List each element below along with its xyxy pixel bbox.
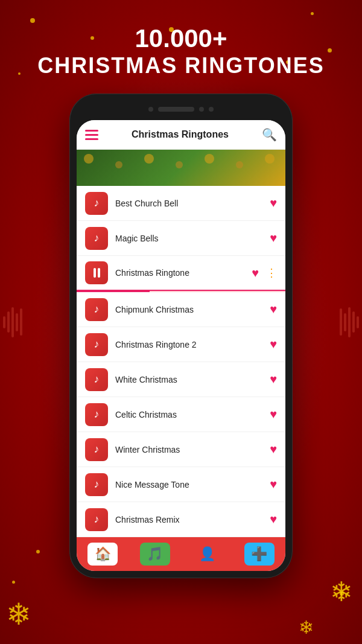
person-icon: 👤: [199, 546, 215, 562]
list-item[interactable]: ♪ Magic Bells ♥: [77, 221, 285, 256]
progress-fill: [77, 291, 150, 292]
pause-button[interactable]: [85, 261, 108, 284]
like-button[interactable]: ♥: [252, 266, 259, 280]
ringtone-title: Magic Bells: [115, 234, 262, 243]
ringtone-title: Winter Christmas: [115, 445, 262, 454]
bottom-navigation: 🏠 🎵 👤 ➕: [77, 537, 285, 571]
plus-icon: ➕: [251, 546, 267, 562]
like-button[interactable]: ♥: [270, 302, 277, 316]
progress-bar: [77, 291, 285, 292]
music-icon: ♪: [85, 473, 108, 496]
ringtone-title: Christmas Ringtone 2: [115, 340, 262, 349]
ringtone-title: Christmas Ringtone: [115, 268, 244, 278]
music-icon: ♪: [85, 227, 108, 250]
app-title: Christmas Ringtones: [104, 129, 256, 140]
list-item[interactable]: ♪ Christmas Remix ♥: [77, 502, 285, 537]
list-item[interactable]: ♪ Chipmunk Christmas ♥: [77, 292, 285, 327]
phone-notch: [77, 101, 285, 118]
ringtone-title: Celtic Christmas: [115, 410, 262, 419]
hero-title: 10.000+ CHRISTMAS RINGTONES: [0, 0, 362, 78]
like-button[interactable]: ♥: [270, 196, 277, 210]
music-icon: ♪: [85, 508, 108, 531]
list-item[interactable]: ♪ Best Church Bell ♥: [77, 186, 285, 221]
list-item[interactable]: ♪ White Christmas ♥: [77, 362, 285, 397]
app-header: Christmas Ringtones 🔍: [77, 120, 285, 150]
ringtone-title: Nice Message Tone: [115, 480, 262, 489]
banner-image: [77, 150, 285, 186]
phone-mockup: Christmas Ringtones 🔍 ♪ Best Church Bell…: [69, 94, 293, 578]
waveform-left: [3, 307, 22, 337]
list-item[interactable]: ♪ Winter Christmas ♥: [77, 432, 285, 467]
ringtone-title: Christmas Remix: [115, 515, 262, 524]
phone-screen: Christmas Ringtones 🔍 ♪ Best Church Bell…: [77, 120, 285, 571]
music-icon: ♪: [85, 368, 108, 391]
ringtone-title: Best Church Bell: [115, 199, 262, 208]
like-button[interactable]: ♥: [270, 477, 277, 491]
music-note-icon: 🎵: [147, 546, 163, 562]
music-icon: ♪: [85, 192, 108, 215]
list-item-playing[interactable]: Christmas Ringtone ♥ ⋮: [77, 256, 285, 291]
nav-profile[interactable]: 👤: [192, 543, 222, 566]
like-button[interactable]: ♥: [270, 407, 277, 421]
nav-ringtones[interactable]: 🎵: [140, 543, 170, 566]
ringtone-title: White Christmas: [115, 375, 262, 384]
list-item[interactable]: ♪ Christmas Ringtone 2 ♥: [77, 327, 285, 362]
like-button[interactable]: ♥: [270, 512, 277, 526]
more-options-button[interactable]: ⋮: [266, 266, 277, 279]
like-button[interactable]: ♥: [270, 231, 277, 245]
music-icon: ♪: [85, 298, 108, 321]
music-icon: ♪: [85, 438, 108, 461]
ringtone-title: Chipmunk Christmas: [115, 305, 262, 314]
home-icon: 🏠: [95, 546, 111, 562]
nav-add[interactable]: ➕: [244, 543, 275, 566]
list-item[interactable]: ♪ Nice Message Tone ♥: [77, 467, 285, 502]
music-icon: ♪: [85, 333, 108, 356]
hero-subtitle: CHRISTMAS RINGTONES: [0, 53, 362, 78]
menu-button[interactable]: [85, 130, 98, 140]
waveform-right: [340, 307, 359, 337]
nav-home[interactable]: 🏠: [87, 543, 118, 566]
hero-count: 10.000+: [0, 24, 362, 53]
ringtone-list: ♪ Best Church Bell ♥ ♪ Magic Bells ♥: [77, 186, 285, 537]
like-button[interactable]: ♥: [270, 442, 277, 456]
like-button[interactable]: ♥: [270, 337, 277, 351]
search-button[interactable]: 🔍: [262, 127, 277, 142]
music-icon: ♪: [85, 403, 108, 426]
list-item[interactable]: ♪ Celtic Christmas ♥: [77, 397, 285, 432]
like-button[interactable]: ♥: [270, 372, 277, 386]
